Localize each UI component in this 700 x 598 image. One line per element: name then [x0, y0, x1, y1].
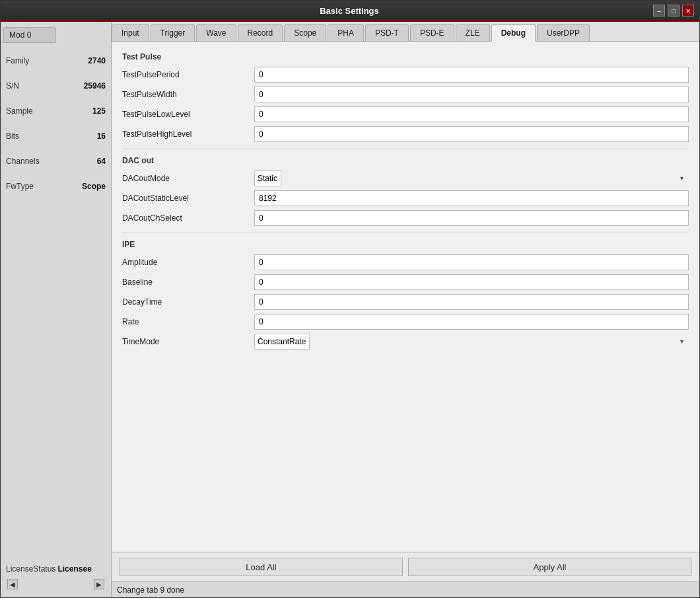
- tab-debug[interactable]: Debug: [491, 24, 536, 42]
- baseline-input[interactable]: [254, 274, 689, 290]
- tab-bar: Input Trigger Wave Record Scope PHA PSD-…: [112, 22, 699, 42]
- license-label: LicenseStatus: [6, 564, 55, 574]
- test-pulse-low-input[interactable]: [254, 106, 689, 122]
- dac-ch-select-row: DACoutChSelect: [122, 210, 689, 226]
- test-pulse-width-input[interactable]: [254, 87, 689, 102]
- sample-label: Sample: [6, 106, 33, 116]
- minimize-button[interactable]: –: [653, 5, 665, 17]
- sidebar: Mod 0 Family 2740 S/N 25946 Sample 125 B…: [1, 22, 112, 597]
- rate-input[interactable]: [254, 314, 689, 330]
- dac-static-level-row: DACoutStaticLevel: [122, 190, 689, 206]
- decay-time-input[interactable]: [254, 294, 689, 310]
- tab-wave[interactable]: Wave: [196, 24, 236, 41]
- ipe-title: IPE: [122, 240, 689, 249]
- dac-static-level-input[interactable]: [254, 190, 689, 206]
- tab-scope[interactable]: Scope: [284, 24, 326, 41]
- decay-time-row: DecayTime: [122, 294, 689, 310]
- license-value: Licensee: [57, 564, 91, 574]
- test-pulse-width-row: TestPulseWidth: [122, 87, 689, 102]
- dac-mode-select-wrapper: Static: [254, 170, 689, 186]
- test-pulse-period-input[interactable]: [254, 67, 689, 83]
- close-button[interactable]: ✕: [682, 5, 694, 17]
- tab-pha[interactable]: PHA: [328, 24, 364, 41]
- tab-record[interactable]: Record: [238, 24, 283, 41]
- title-bar: Basic Settings – □ ✕: [1, 1, 699, 22]
- sidebar-sn-row: S/N 25946: [6, 81, 106, 91]
- tab-userdpp[interactable]: UserDPP: [537, 24, 590, 41]
- tab-input[interactable]: Input: [112, 24, 149, 41]
- amplitude-input[interactable]: [254, 254, 689, 270]
- tab-trigger[interactable]: Trigger: [151, 24, 195, 41]
- mod-tab[interactable]: Mod 0: [3, 27, 56, 43]
- test-pulse-high-label: TestPulseHighLevel: [122, 130, 254, 139]
- bits-value: 16: [97, 131, 106, 141]
- sample-value: 125: [92, 106, 106, 116]
- tab-psd-e[interactable]: PSD-E: [410, 24, 454, 41]
- main-window: Basic Settings – □ ✕ Mod 0 Family 2740 S…: [0, 0, 700, 598]
- sidebar-fwtype-row: FwType Scope: [6, 182, 106, 191]
- debug-panel: Test Pulse TestPulsePeriod TestPulseWidt…: [112, 42, 699, 552]
- window-controls: – □ ✕: [653, 5, 694, 17]
- dac-mode-select[interactable]: Static: [254, 170, 281, 186]
- bits-label: Bits: [6, 131, 19, 141]
- maximize-button[interactable]: □: [668, 5, 680, 17]
- family-value: 2740: [88, 56, 106, 65]
- amplitude-row: Amplitude: [122, 254, 689, 270]
- sidebar-bottom: LicenseStatus Licensee ◀ ▶: [3, 430, 108, 592]
- fwtype-value: Scope: [82, 182, 106, 191]
- fwtype-label: FwType: [6, 182, 34, 191]
- dac-mode-row: DACoutMode Static: [122, 170, 689, 186]
- time-mode-label: TimeMode: [122, 337, 254, 346]
- rate-label: Rate: [122, 317, 254, 326]
- baseline-row: Baseline: [122, 274, 689, 290]
- sidebar-info: Family 2740 S/N 25946 Sample 125 Bits 16…: [3, 56, 108, 191]
- test-pulse-title: Test Pulse: [122, 52, 689, 61]
- decay-time-label: DecayTime: [122, 297, 254, 307]
- channels-value: 64: [97, 157, 106, 166]
- status-message: Change tab 9 done: [117, 585, 184, 595]
- scroll-left-button[interactable]: ◀: [7, 579, 18, 589]
- dac-ch-select-label: DACoutChSelect: [122, 213, 254, 223]
- dac-out-title: DAC out: [122, 156, 689, 165]
- dac-static-level-label: DACoutStaticLevel: [122, 194, 254, 203]
- scroll-right-button[interactable]: ▶: [94, 579, 104, 589]
- sidebar-channels-row: Channels 64: [6, 157, 106, 166]
- status-bar: Change tab 9 done: [112, 581, 699, 597]
- dac-ch-select-input[interactable]: [254, 210, 689, 226]
- license-row: LicenseStatus Licensee: [6, 564, 106, 574]
- test-pulse-width-label: TestPulseWidth: [122, 90, 254, 99]
- channels-label: Channels: [6, 157, 40, 166]
- time-mode-select-wrapper: ConstantRate: [254, 334, 689, 350]
- test-pulse-low-label: TestPulseLowLevel: [122, 110, 254, 119]
- content-area: Input Trigger Wave Record Scope PHA PSD-…: [112, 22, 699, 597]
- load-all-button[interactable]: Load All: [120, 558, 403, 576]
- test-pulse-period-row: TestPulsePeriod: [122, 67, 689, 83]
- rate-row: Rate: [122, 314, 689, 330]
- apply-all-button[interactable]: Apply All: [408, 558, 691, 576]
- test-pulse-high-row: TestPulseHighLevel: [122, 126, 689, 142]
- test-pulse-period-label: TestPulsePeriod: [122, 70, 254, 79]
- baseline-label: Baseline: [122, 278, 254, 287]
- family-label: Family: [6, 56, 29, 65]
- time-mode-select[interactable]: ConstantRate: [254, 334, 310, 350]
- sn-label: S/N: [6, 81, 19, 91]
- tab-zle[interactable]: ZLE: [456, 24, 490, 41]
- time-mode-row: TimeMode ConstantRate: [122, 334, 689, 350]
- dac-mode-label: DACoutMode: [122, 174, 254, 183]
- sidebar-family-row: Family 2740: [6, 56, 106, 65]
- main-area: Mod 0 Family 2740 S/N 25946 Sample 125 B…: [1, 22, 699, 597]
- sidebar-bits-row: Bits 16: [6, 131, 106, 141]
- sidebar-scroll: ◀ ▶: [6, 579, 106, 589]
- window-title: Basic Settings: [46, 6, 653, 16]
- sn-value: 25946: [84, 81, 106, 91]
- bottom-bar: Load All Apply All: [112, 552, 699, 581]
- tab-psd-t[interactable]: PSD-T: [365, 24, 409, 41]
- test-pulse-high-input[interactable]: [254, 126, 689, 142]
- test-pulse-low-row: TestPulseLowLevel: [122, 106, 689, 122]
- amplitude-label: Amplitude: [122, 258, 254, 267]
- sidebar-sample-row: Sample 125: [6, 106, 106, 116]
